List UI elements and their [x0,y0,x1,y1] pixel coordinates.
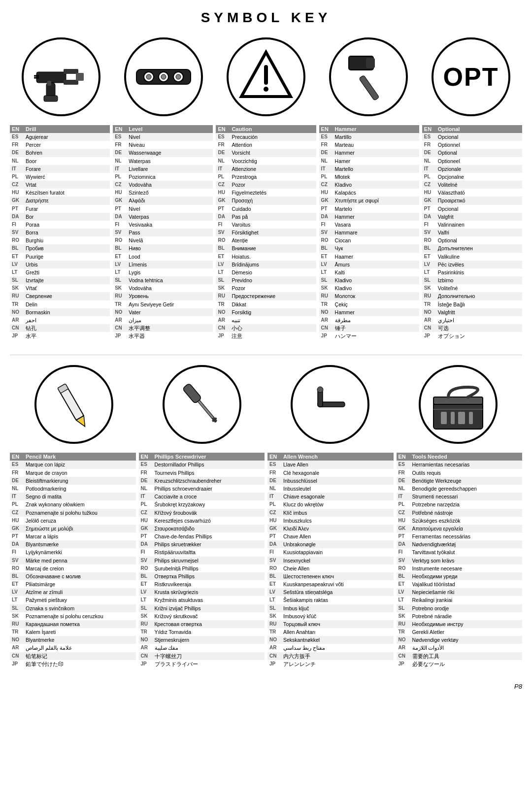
lang-code: HU [422,189,436,197]
translation: Keresztfejes csavarhúzó [153,517,265,525]
translation: Voliteľné [436,284,522,292]
table-row: LTKalti [319,268,419,276]
lang-code: RO [397,565,410,572]
lang-code: SV [10,229,24,236]
table-row: SKKrížový skrutkovač [139,612,265,620]
lang-code: PL [139,500,153,508]
lang-code: SL [139,604,153,612]
table-row: TRDikkat [216,300,316,308]
translation: Potrzebne narzędzia [410,500,523,508]
table-row: DANødvendigtværktøj [397,540,523,548]
translation: Optioneel [436,157,522,165]
translation: Sešstūra stieņatsléga [281,588,394,596]
translation: Optional [436,149,522,157]
table-row: DEWasserwaage [113,149,213,157]
translation: Vater [127,308,213,316]
translation: Kladivo [333,284,419,292]
table-row: FRMarteau [319,141,419,149]
translation: Jelölő ceruza [24,517,136,525]
lang-code: LV [139,588,153,596]
table-row: NOStjerneskrujern [139,636,265,644]
lang-code: RO [113,236,127,244]
table-row: LTGrežti [10,268,110,276]
translation: Chave Allen [281,532,394,540]
translation: Προαιρετικό [436,197,522,204]
table-row: SLKrižni izvijač Phillips [139,604,265,612]
lang-code: GK [422,197,436,204]
translation: Pēc izvēles [436,261,522,268]
translation: Lood [127,253,213,261]
translation: Instrumente necesare [410,565,523,572]
table-row: BLШестостепенен ключ [267,572,394,580]
translation: Сверление [24,292,110,300]
translation: 鉛筆で付けた印 [24,660,136,668]
lang-code: FI [10,548,24,556]
table-row: PTOpcional [422,205,522,213]
lang-code: CN [139,652,153,660]
translation: Boor [24,157,110,165]
table-row: ESLlave Allen [267,461,394,468]
table-row: PLWywierć [10,173,110,181]
translation: Σημειώστε με μολύβι [24,525,136,532]
translation: Допълнителен [436,244,522,252]
table-row: BLНиво [113,244,213,252]
table-row: RUМолоток [319,292,419,300]
lang-code: SL [113,276,127,284]
lang-code: HU [216,189,230,197]
translation: Dėmesio [230,268,316,276]
lang-code: LV [422,261,436,268]
translation: Hoiatus. [230,253,316,261]
lang-code: SK [10,612,24,620]
lang-code: GK [10,197,24,204]
lang-code: GK [319,197,333,204]
table-row: FROptionnel [422,141,522,149]
table-row: PTChave-de-fendas Phillips [139,532,265,540]
table-row: LVPēc izvēles [422,261,522,268]
table-row: DAUnbrakonøgle [267,540,394,548]
lang-code: CN [422,324,436,332]
lang-code: RU [267,620,281,628]
table-row: TRAynı Seviyeye Getir [113,300,213,308]
lang-code: IT [10,493,24,500]
translation: Cuidado [230,205,316,213]
table-row: SVVerktyg som krävs [397,557,523,565]
lang-code: HU [10,517,24,525]
lang-code: SK [216,284,230,292]
translation: Шестостепенен ключ [281,572,394,580]
table-row: SLIzbirno [422,276,522,284]
table-row: CZVodováha [113,181,213,189]
table-row: CN十字螺丝刀 [139,652,265,660]
lang-code: PL [267,500,281,508]
table-row: RUНеобходимые инстру [397,620,523,628]
lang-code: IT [216,165,230,173]
translation: Lyijykynämerkki [24,548,136,556]
translation: Pass [127,229,213,236]
table-row: SVMärke med penna [10,557,136,565]
lang-code: DA [397,540,410,548]
lang-code: CN [397,652,410,660]
drill-icon [22,37,100,116]
translation: Чук [333,244,419,252]
translation: Atenție [230,236,316,244]
translation: Kalem İşareti [24,628,136,636]
translation: Waterpas [127,157,213,165]
translation: Ниво [127,244,213,252]
translation: مفك صليبة [153,644,265,652]
translation: Potřebné nástroje [410,509,523,517]
translation: Potrebné náradie [410,612,523,620]
lang-code: TR [10,628,24,636]
table-row: PTFerramentas necessárias [397,532,523,540]
lang-code: CN [10,324,24,332]
table-row: SLOznaka s svinčnikom [10,604,136,612]
lang-code: DE [139,477,153,485]
lang-code: DE [422,149,436,157]
translation: Borra [24,229,110,236]
lang-code: NO [397,636,410,644]
lang-code: SL [216,276,230,284]
translation: Hamer [333,157,419,165]
translation: Valgfritt [436,308,522,316]
lang-code: TR [113,300,127,308]
lang-code: BL [267,572,281,580]
lang-code: FI [139,548,153,556]
translation: Необходими уреди [410,572,523,580]
